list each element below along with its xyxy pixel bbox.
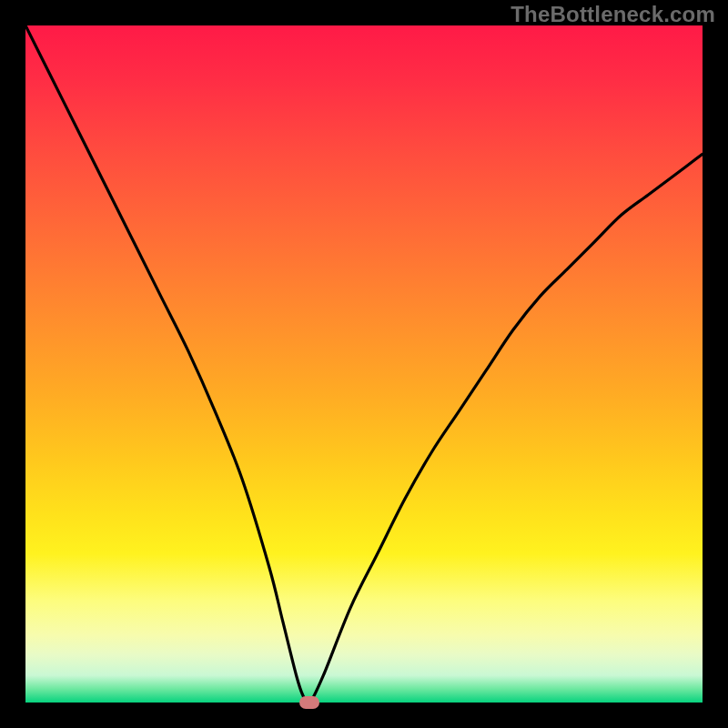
plot-area: [25, 25, 703, 703]
curve-svg: [25, 25, 703, 703]
watermark-text: TheBottleneck.com: [511, 2, 715, 27]
chart-frame: TheBottleneck.com: [0, 0, 728, 728]
bottleneck-curve: [25, 25, 703, 703]
minimum-marker: [299, 696, 319, 709]
